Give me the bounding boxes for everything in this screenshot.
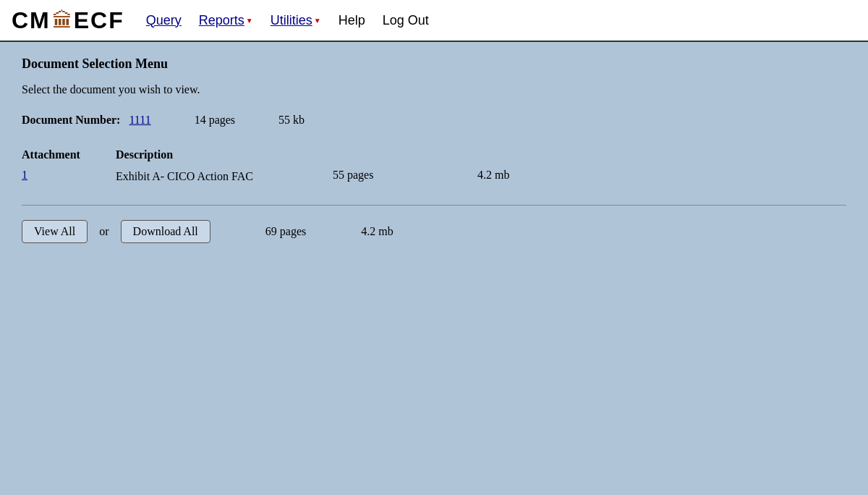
header: CM 🏛 ECF Query Reports ▼ Utilities ▼ Hel… <box>0 0 868 42</box>
nav-reports-dropdown[interactable]: Reports ▼ <box>199 13 253 28</box>
nav-logout[interactable]: Log Out <box>383 13 429 28</box>
section-title: Document Selection Menu <box>22 56 846 72</box>
utilities-dropdown-arrow: ▼ <box>314 17 321 25</box>
reports-dropdown-arrow: ▼ <box>246 17 253 25</box>
nav-utilities-label[interactable]: Utilities <box>271 13 312 28</box>
col-header-attachment: Attachment <box>22 148 116 161</box>
document-number-link[interactable]: 1111 <box>129 114 150 126</box>
document-pages: 14 pages <box>195 114 235 127</box>
or-text: or <box>99 225 109 238</box>
main-content: Document Selection Menu Select the docum… <box>0 42 868 495</box>
total-pages: 69 pages <box>222 225 306 238</box>
bottom-row: View All or Download All 69 pages 4.2 mb <box>22 220 846 243</box>
document-size: 55 kb <box>278 114 305 127</box>
nav-utilities-dropdown[interactable]: Utilities ▼ <box>271 13 321 28</box>
view-all-button[interactable]: View All <box>22 220 88 243</box>
col-header-description: Description <box>116 148 318 161</box>
logo-building-icon: 🏛 <box>52 9 72 33</box>
attachment-pages: 55 pages <box>318 169 463 182</box>
attachment-description: Exhibit A- CICO Action FAC <box>116 169 318 185</box>
nav-query[interactable]: Query <box>146 13 182 28</box>
download-all-button[interactable]: Download All <box>121 220 210 243</box>
document-number-row: Document Number: 1111 14 pages 55 kb <box>22 114 846 127</box>
logo-cm-text: CM <box>12 7 51 34</box>
nav-reports-label[interactable]: Reports <box>199 13 244 28</box>
instruction-text: Select the document you wish to view. <box>22 83 846 96</box>
nav-bar: Query Reports ▼ Utilities ▼ Help Log Out <box>146 13 429 28</box>
nav-help[interactable]: Help <box>339 13 365 28</box>
attachment-number[interactable]: 1 <box>22 169 116 182</box>
attachment-row: 1 Exhibit A- CICO Action FAC 55 pages 4.… <box>22 169 846 190</box>
divider-line <box>22 205 846 206</box>
attachments-header: Attachment Description <box>22 148 846 161</box>
total-size: 4.2 mb <box>318 225 393 238</box>
attachment-size: 4.2 mb <box>463 169 509 182</box>
logo-ecf-text: ECF <box>74 7 124 34</box>
logo: CM 🏛 ECF <box>12 7 124 34</box>
document-number-label: Document Number: <box>22 114 120 126</box>
document-number-label-group: Document Number: 1111 <box>22 114 151 127</box>
